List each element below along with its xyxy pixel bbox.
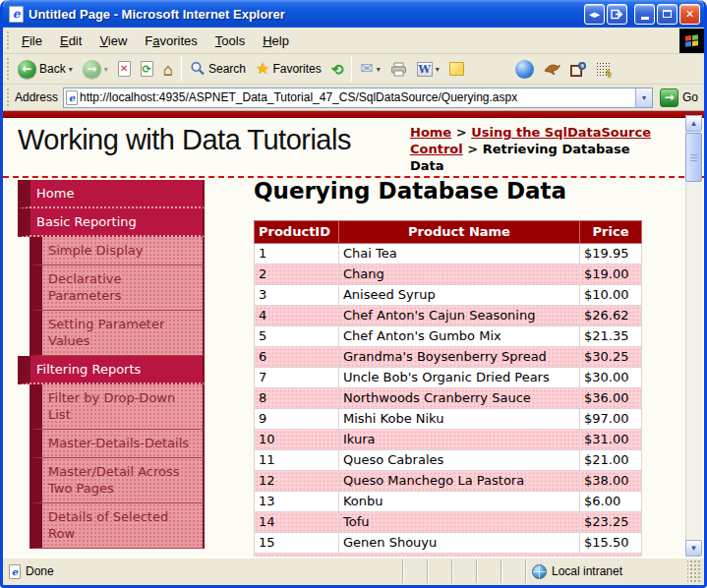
addressbar-grip[interactable] bbox=[5, 87, 10, 108]
scrollbar-thumb[interactable] bbox=[685, 133, 702, 182]
back-icon: ← bbox=[18, 60, 36, 79]
table-cell: $17.45 bbox=[580, 554, 642, 558]
discuss-button[interactable] bbox=[444, 59, 469, 79]
mail-icon: ✉ bbox=[360, 61, 373, 77]
messenger-button[interactable] bbox=[510, 57, 539, 82]
sidebar-item-details-of-selected-row[interactable]: Details of Selected Row bbox=[29, 503, 205, 549]
menu-item-help[interactable]: Help bbox=[254, 29, 298, 52]
menu-item-tools[interactable]: Tools bbox=[206, 29, 254, 52]
table-row: 15Genen Shouyu$15.50 bbox=[255, 533, 642, 554]
table-cell: Chai Tea bbox=[338, 244, 579, 265]
status-text: Done bbox=[26, 564, 54, 578]
forward-icon: → bbox=[83, 60, 101, 79]
refresh-button[interactable]: ⟳ bbox=[136, 58, 158, 80]
sidebar-item-home[interactable]: Home bbox=[18, 180, 205, 208]
forward-button[interactable]: → ▾ bbox=[78, 57, 113, 82]
note-icon bbox=[449, 62, 464, 76]
table-row: 1Chai Tea$19.95 bbox=[255, 244, 642, 265]
menu-item-view[interactable]: View bbox=[90, 29, 136, 52]
table-cell: 7 bbox=[255, 368, 339, 388]
site-top-bar bbox=[3, 111, 704, 118]
table-cell: 8 bbox=[255, 388, 339, 409]
browser-window: e Untitled Page - Microsoft Internet Exp… bbox=[0, 0, 707, 588]
menu-item-favorites[interactable]: Favorites bbox=[136, 29, 206, 52]
scroll-down-button[interactable]: ▼ bbox=[685, 540, 702, 557]
column-header-price: Price bbox=[580, 221, 642, 244]
address-input[interactable] bbox=[78, 90, 635, 104]
mail-dropdown-icon[interactable]: ▾ bbox=[377, 65, 381, 74]
validator-button[interactable]: ϟ bbox=[591, 59, 616, 80]
go-button[interactable]: → Go bbox=[660, 88, 698, 107]
vm-undock-button[interactable] bbox=[607, 4, 627, 25]
minimize-button[interactable] bbox=[634, 4, 655, 25]
vm-arrows-button[interactable]: ◂▸ bbox=[584, 4, 605, 25]
sidebar-item-filter-by-drop-down-list[interactable]: Filter by Drop-Down List bbox=[29, 384, 205, 430]
table-cell: $30.25 bbox=[580, 347, 642, 368]
back-button[interactable]: ← Back ▾ bbox=[13, 57, 78, 82]
vertical-scrollbar[interactable]: ▲ ▼ bbox=[685, 115, 702, 557]
table-cell: Konbu bbox=[338, 492, 579, 512]
menu-items: FileEditViewFavoritesToolsHelp bbox=[13, 29, 298, 52]
breadcrumb-separator: > bbox=[463, 142, 483, 156]
sidebar-item-simple-display[interactable]: Simple Display bbox=[29, 237, 205, 265]
address-field[interactable]: e ▾ bbox=[63, 88, 653, 108]
mail-button[interactable]: ✉ ▾ bbox=[355, 58, 384, 80]
stop-button[interactable]: ✕ bbox=[113, 58, 136, 80]
table-cell: Queso Manchego La Pastora bbox=[338, 471, 579, 492]
research-book-button[interactable] bbox=[565, 59, 591, 80]
table-cell: $30.00 bbox=[580, 368, 642, 388]
table-row: 5Chef Anton's Gumbo Mix$21.35 bbox=[255, 326, 642, 347]
search-button[interactable]: Search bbox=[185, 58, 251, 80]
edit-with-word-button[interactable]: W ▾ bbox=[412, 59, 444, 80]
title-bar[interactable]: e Untitled Page - Microsoft Internet Exp… bbox=[3, 0, 704, 28]
table-row: 4Chef Anton's Cajun Seasoning$26.62 bbox=[255, 306, 642, 326]
table-cell: 15 bbox=[255, 533, 339, 554]
sidebar-item-filtering-reports[interactable]: Filtering Reports bbox=[18, 356, 205, 384]
back-dropdown-icon[interactable]: ▾ bbox=[69, 65, 73, 74]
bird-icon bbox=[544, 62, 560, 76]
breadcrumb-separator: > bbox=[451, 125, 471, 140]
menu-item-file[interactable]: File bbox=[13, 29, 51, 52]
table-cell: $21.35 bbox=[580, 326, 642, 347]
table-cell: $19.95 bbox=[580, 244, 642, 265]
table-cell: 13 bbox=[255, 492, 339, 512]
table-row: 12Queso Manchego La Pastora$38.00 bbox=[255, 471, 642, 492]
home-icon: ⌂ bbox=[163, 61, 173, 78]
home-button[interactable]: ⌂ bbox=[158, 58, 178, 81]
sidebar-item-master-detail-across-two-pages[interactable]: Master/Detail Across Two Pages bbox=[29, 458, 205, 503]
breadcrumb-link[interactable]: Home bbox=[410, 125, 451, 140]
table-cell: 11 bbox=[255, 450, 339, 471]
window-title: Untitled Page - Microsoft Internet Explo… bbox=[29, 7, 584, 22]
table-cell: $6.00 bbox=[580, 492, 642, 512]
history-icon: ⟲ bbox=[331, 62, 344, 77]
menubar-grip[interactable] bbox=[5, 29, 10, 51]
resize-grip[interactable] bbox=[687, 559, 701, 583]
address-dropdown-button[interactable]: ▾ bbox=[635, 88, 652, 107]
favorites-star-icon: ★ bbox=[256, 61, 269, 77]
menu-bar: FileEditViewFavoritesToolsHelp bbox=[3, 28, 704, 54]
forward-dropdown-icon: ▾ bbox=[104, 65, 108, 74]
table-cell: Chef Anton's Cajun Seasoning bbox=[338, 306, 579, 326]
search-icon bbox=[190, 61, 206, 77]
research-bird-button[interactable] bbox=[539, 59, 565, 79]
table-row: 14Tofu$23.25 bbox=[255, 512, 642, 533]
table-row: 7Uncle Bob's Organic Dried Pears$30.00 bbox=[255, 368, 642, 388]
scroll-up-button[interactable]: ▲ bbox=[685, 115, 702, 132]
sidebar-item-declarative-parameters[interactable]: Declarative Parameters bbox=[29, 265, 205, 311]
maximize-button[interactable] bbox=[657, 4, 678, 25]
sidebar-item-basic-reporting[interactable]: Basic Reporting bbox=[18, 208, 205, 237]
history-button[interactable]: ⟲ bbox=[326, 59, 349, 80]
table-row: 9Mishi Kobe Niku$97.00 bbox=[255, 409, 642, 430]
address-bar: Address e ▾ → Go bbox=[3, 85, 704, 111]
edit-dropdown-icon[interactable]: ▾ bbox=[436, 65, 440, 74]
favorites-button[interactable]: ★ Favorites bbox=[251, 58, 326, 80]
table-row: 11Queso Cabrales$21.00 bbox=[255, 450, 642, 471]
print-button[interactable] bbox=[385, 59, 412, 80]
sidebar-item-setting-parameter-values[interactable]: Setting Parameter Values bbox=[29, 311, 205, 356]
status-pane: e Done bbox=[6, 564, 402, 579]
close-button[interactable]: ✕ bbox=[679, 4, 700, 25]
table-cell: 2 bbox=[255, 265, 339, 285]
toolbar-grip[interactable] bbox=[5, 56, 10, 82]
sidebar-item-master-details-details[interactable]: Master-Details-Details bbox=[29, 430, 205, 458]
menu-item-edit[interactable]: Edit bbox=[51, 29, 90, 52]
